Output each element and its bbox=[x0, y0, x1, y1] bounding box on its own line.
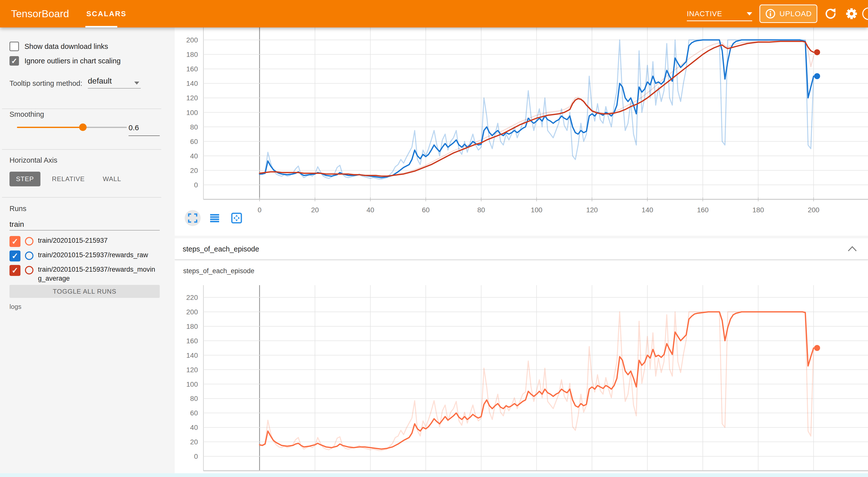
chevron-down-icon bbox=[134, 82, 139, 85]
run-row[interactable]: ✓ train/20201015-215937/rewards_moving_a… bbox=[9, 265, 158, 283]
svg-text:180: 180 bbox=[186, 51, 198, 58]
horizontal-axis-label: Horizontal Axis bbox=[9, 156, 57, 164]
checkbox-ignore-outliers[interactable]: ✓ Ignore outliers in chart scaling bbox=[9, 55, 121, 66]
rewards-chart[interactable]: 0204060801001201401601802000204060801001… bbox=[175, 27, 868, 236]
steps-chart[interactable]: 020406080100120140160180200220 bbox=[175, 260, 868, 473]
svg-text:200: 200 bbox=[186, 36, 198, 44]
svg-text:160: 160 bbox=[186, 65, 198, 73]
svg-text:100: 100 bbox=[531, 206, 542, 214]
gear-icon[interactable] bbox=[845, 0, 858, 27]
tooltip-sorting-select[interactable]: default bbox=[88, 76, 141, 89]
status-dropdown[interactable]: INACTIVE bbox=[687, 0, 752, 27]
status-label: INACTIVE bbox=[687, 10, 722, 18]
svg-text:120: 120 bbox=[586, 206, 598, 214]
run-color-circle bbox=[25, 252, 33, 260]
run-label: train/20201015-215937 bbox=[38, 236, 158, 245]
refresh-icon[interactable] bbox=[824, 0, 837, 27]
checkbox-show-download-links[interactable]: Show data download links bbox=[9, 41, 108, 52]
run-checkbox[interactable]: ✓ bbox=[9, 251, 21, 261]
svg-text:0: 0 bbox=[194, 181, 198, 189]
tooltip-sorting-label: Tooltip sorting method: bbox=[9, 80, 82, 89]
svg-text:120: 120 bbox=[186, 94, 198, 102]
svg-text:220: 220 bbox=[186, 294, 198, 301]
svg-text:100: 100 bbox=[186, 109, 198, 117]
svg-text:60: 60 bbox=[190, 409, 198, 417]
svg-text:140: 140 bbox=[642, 206, 653, 214]
svg-text:20: 20 bbox=[190, 438, 198, 446]
expand-card-icon[interactable] bbox=[185, 210, 200, 226]
run-row[interactable]: ✓ train/20201015-215937/rewards_raw bbox=[9, 251, 158, 261]
bottom-scroll-strip[interactable] bbox=[0, 473, 868, 477]
runs-filter-input[interactable]: train bbox=[9, 220, 24, 228]
svg-text:80: 80 bbox=[477, 206, 485, 214]
log-scale-icon[interactable] bbox=[207, 210, 223, 226]
svg-text:80: 80 bbox=[190, 395, 198, 403]
svg-text:60: 60 bbox=[422, 206, 430, 214]
run-checkbox[interactable]: ✓ bbox=[9, 265, 21, 276]
svg-text:40: 40 bbox=[190, 424, 198, 431]
svg-text:40: 40 bbox=[190, 152, 198, 160]
run-color-circle bbox=[25, 237, 33, 246]
tooltip-sorting-value: default bbox=[88, 76, 112, 85]
svg-text:40: 40 bbox=[366, 206, 374, 214]
collapse-chevron-icon[interactable] bbox=[847, 246, 857, 253]
chart-toolbar bbox=[185, 210, 245, 226]
run-checkbox[interactable]: ✓ bbox=[9, 236, 21, 247]
svg-text:80: 80 bbox=[190, 123, 198, 131]
svg-text:200: 200 bbox=[186, 308, 198, 316]
svg-text:160: 160 bbox=[697, 206, 709, 214]
slider-knob[interactable] bbox=[79, 124, 87, 131]
svg-text:160: 160 bbox=[186, 337, 198, 345]
app-header: TensorBoard SCALARS INACTIVE UPLOAD bbox=[0, 0, 868, 27]
divider bbox=[2, 197, 161, 198]
smoothing-value-input[interactable]: 0.6 bbox=[128, 124, 160, 136]
svg-text:0: 0 bbox=[257, 206, 261, 214]
checkbox-icon: ✓ bbox=[9, 56, 19, 66]
run-color-circle bbox=[25, 266, 33, 275]
svg-text:0: 0 bbox=[194, 452, 198, 460]
checkbox-label: Show data download links bbox=[25, 42, 108, 51]
svg-text:180: 180 bbox=[186, 323, 198, 330]
section-title: steps_of_each_episode bbox=[183, 238, 259, 260]
run-row[interactable]: ✓ train/20201015-215937 bbox=[9, 236, 158, 247]
tab-active-underline bbox=[85, 26, 117, 27]
slider-fill bbox=[17, 127, 83, 128]
toggle-all-runs-button[interactable]: TOGGLE ALL RUNS bbox=[9, 285, 160, 298]
checkbox-icon bbox=[9, 42, 19, 51]
section-header[interactable]: steps_of_each_episode bbox=[175, 238, 868, 260]
steps-chart-card: steps_of_each_episode 020406080100120140… bbox=[175, 260, 868, 473]
chevron-down-icon bbox=[747, 12, 752, 15]
svg-text:140: 140 bbox=[186, 351, 198, 359]
upload-button[interactable]: UPLOAD bbox=[760, 4, 817, 23]
run-label: train/20201015-215937/rewards_raw bbox=[38, 251, 158, 259]
app-title: TensorBoard bbox=[11, 0, 69, 27]
smoothing-label: Smoothing bbox=[9, 110, 44, 119]
svg-text:200: 200 bbox=[808, 206, 819, 214]
help-icon[interactable] bbox=[862, 0, 868, 27]
runs-label: Runs bbox=[9, 204, 27, 213]
fit-domain-icon[interactable] bbox=[228, 210, 245, 226]
runs-filter-underline bbox=[9, 230, 160, 230]
smoothing-slider[interactable] bbox=[17, 127, 127, 128]
divider bbox=[2, 149, 161, 150]
axis-option-wall[interactable]: WALL bbox=[96, 172, 128, 186]
logs-label: logs bbox=[9, 303, 22, 311]
svg-text:180: 180 bbox=[752, 206, 764, 214]
divider bbox=[2, 108, 161, 109]
upload-label: UPLOAD bbox=[779, 9, 812, 18]
settings-sidebar: Show data download links ✓ Ignore outlie… bbox=[0, 27, 175, 473]
status-underline bbox=[687, 21, 752, 21]
smoothing-value: 0.6 bbox=[128, 124, 139, 132]
svg-text:20: 20 bbox=[190, 167, 198, 174]
info-icon bbox=[765, 8, 776, 19]
rewards-chart-card: 0204060801001201401601802000204060801001… bbox=[175, 27, 868, 236]
run-label: train/20201015-215937/rewards_moving_ave… bbox=[38, 265, 158, 283]
checkbox-label: Ignore outliers in chart scaling bbox=[25, 57, 121, 65]
axis-option-relative[interactable]: RELATIVE bbox=[45, 172, 91, 186]
svg-text:100: 100 bbox=[186, 380, 198, 388]
svg-text:20: 20 bbox=[311, 206, 319, 214]
svg-text:140: 140 bbox=[186, 80, 198, 87]
axis-option-step[interactable]: STEP bbox=[9, 172, 40, 186]
tab-scalars[interactable]: SCALARS bbox=[86, 0, 127, 27]
svg-text:60: 60 bbox=[190, 138, 198, 146]
